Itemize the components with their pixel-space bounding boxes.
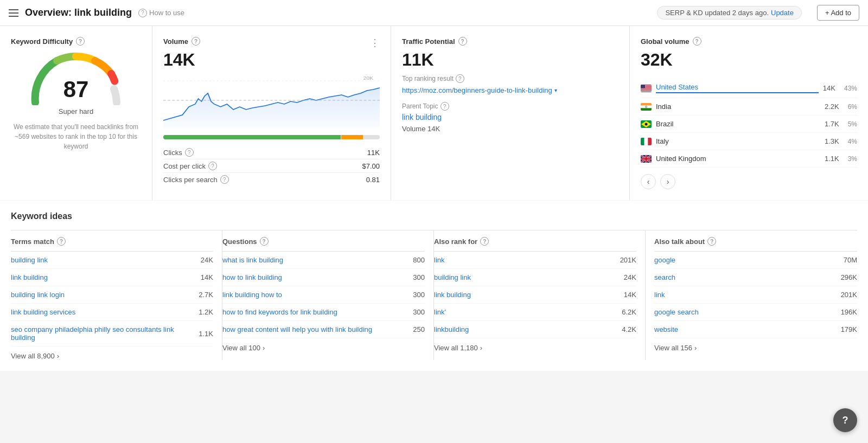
keyword-link[interactable]: google search xyxy=(654,308,837,316)
svg-rect-13 xyxy=(641,90,652,91)
global-help-icon[interactable]: ? xyxy=(693,37,701,46)
traffic-value: 11K xyxy=(402,50,618,70)
table-row: website179K xyxy=(654,321,857,338)
chart-svg: 20K xyxy=(163,74,380,129)
country-row[interactable]: United States14K43% xyxy=(641,79,857,98)
view-all-link[interactable]: View all 8,900 xyxy=(11,352,55,360)
help-icon[interactable]: ? xyxy=(138,9,147,17)
view-all-arrow: › xyxy=(694,344,697,352)
col-help-icon[interactable]: ? xyxy=(480,237,489,246)
parent-topic-help-icon[interactable]: ? xyxy=(441,102,449,111)
keyword-link[interactable]: link xyxy=(654,291,837,299)
col-header: Terms match? xyxy=(11,230,213,252)
keyword-volume: 1.1K xyxy=(199,330,213,338)
view-all-link[interactable]: View all 1,180 xyxy=(434,344,478,352)
ideas-column-3: Also talk about?google70Msearch296Klink2… xyxy=(646,230,857,360)
keyword-volume: 14K xyxy=(201,273,213,281)
clicks-help-icon[interactable]: ? xyxy=(185,148,194,157)
keyword-link[interactable]: link building xyxy=(11,273,196,281)
keyword-link[interactable]: link building how to xyxy=(222,291,409,299)
ideas-grid: Terms match?building link24Klink buildin… xyxy=(11,230,857,360)
keyword-volume: 179K xyxy=(841,325,857,333)
volume-menu-icon[interactable]: ⋮ xyxy=(370,37,380,49)
country-row[interactable]: India2.2K6% xyxy=(641,98,857,115)
country-percent: 4% xyxy=(848,138,857,145)
flag-br xyxy=(641,120,652,128)
ideas-title: Keyword ideas xyxy=(11,211,857,221)
keyword-link[interactable]: link building xyxy=(434,291,620,299)
svg-rect-25 xyxy=(648,138,652,145)
view-all-link[interactable]: View all 100 xyxy=(222,344,260,352)
view-all-arrow: › xyxy=(263,344,265,352)
keyword-link[interactable]: search xyxy=(654,273,837,281)
keyword-link[interactable]: linkbuilding xyxy=(434,325,617,333)
ideas-column-0: Terms match?building link24Klink buildin… xyxy=(11,230,222,360)
table-row: what is link building800 xyxy=(222,252,425,269)
keyword-volume: 201K xyxy=(841,291,857,299)
svg-rect-10 xyxy=(641,88,652,89)
prev-arrow[interactable]: ‹ xyxy=(641,174,656,189)
volume-help-icon[interactable]: ? xyxy=(192,37,200,46)
country-volume: 1.1K xyxy=(825,155,839,163)
view-all-link[interactable]: View all 156 xyxy=(654,344,692,352)
flag-uk xyxy=(641,155,652,163)
table-row: linkbuilding4.2K xyxy=(434,321,636,338)
volume-chart: 20K xyxy=(163,74,380,129)
traffic-label: Traffic Potential ? xyxy=(402,37,618,46)
svg-rect-15 xyxy=(641,85,645,88)
keyword-link[interactable]: how to link building xyxy=(222,273,409,281)
keyword-link[interactable]: link' xyxy=(434,308,617,316)
keyword-link[interactable]: building link login xyxy=(11,291,194,299)
col-help-icon[interactable]: ? xyxy=(57,237,66,246)
table-row: google70M xyxy=(654,252,857,269)
table-row: building link24K xyxy=(11,252,213,269)
svg-rect-30 xyxy=(641,158,652,159)
cpc-help-icon[interactable]: ? xyxy=(208,162,217,170)
table-row: link'6.2K xyxy=(434,304,636,321)
traffic-help-icon[interactable]: ? xyxy=(458,37,467,46)
parent-topic-link[interactable]: link building xyxy=(402,113,618,121)
keyword-volume: 6.2K xyxy=(622,308,636,316)
keyword-link[interactable]: link building services xyxy=(11,308,194,316)
keyword-volume: 14K xyxy=(624,291,636,299)
update-status: SERP & KD updated 2 days ago. Update xyxy=(657,6,801,20)
country-name: Italy xyxy=(656,137,820,145)
col-header: Questions? xyxy=(222,230,425,252)
how-to-use-link[interactable]: How to use xyxy=(149,9,184,17)
table-row: how to find keywords for link building30… xyxy=(222,304,425,321)
cpc-stat: Cost per click ? $7.00 xyxy=(163,159,380,173)
keyword-link[interactable]: google xyxy=(654,256,839,264)
top-rank-help-icon[interactable]: ? xyxy=(456,74,464,83)
table-row: building link login2.7K xyxy=(11,286,213,304)
keyword-link[interactable]: building link xyxy=(11,256,196,264)
keyword-link[interactable]: how great content will help you with lin… xyxy=(222,325,409,333)
col-help-icon[interactable]: ? xyxy=(707,237,716,246)
keyword-link[interactable]: building link xyxy=(434,273,620,281)
col-help-icon[interactable]: ? xyxy=(260,237,269,246)
keyword-link[interactable]: seo company philadelphia philly seo cons… xyxy=(11,325,194,342)
kd-card: Keyword Difficulty ? 87 xyxy=(0,26,152,200)
svg-rect-11 xyxy=(641,89,652,89)
add-to-button[interactable]: + Add to xyxy=(817,5,859,21)
view-all: View all 156 › xyxy=(654,338,857,352)
next-arrow[interactable]: › xyxy=(660,174,675,189)
keyword-link[interactable]: what is link building xyxy=(222,256,409,264)
kd-help-icon[interactable]: ? xyxy=(76,37,85,46)
svg-rect-12 xyxy=(641,89,652,90)
ideas-column-2: Also rank for?link201Kbuilding link24Kli… xyxy=(434,230,646,360)
global-card: Global volume ? 32K United States14K43%I… xyxy=(630,26,868,200)
country-row[interactable]: United Kingdom1.1K3% xyxy=(641,150,857,168)
cps-help-icon[interactable]: ? xyxy=(220,175,229,184)
keyword-link[interactable]: website xyxy=(654,325,837,333)
country-row[interactable]: Italy1.3K4% xyxy=(641,133,857,150)
keyword-link[interactable]: link xyxy=(434,256,616,264)
menu-icon[interactable] xyxy=(9,9,18,17)
update-link[interactable]: Update xyxy=(771,9,794,17)
table-row: search296K xyxy=(654,269,857,286)
svg-text:20K: 20K xyxy=(363,75,373,81)
keyword-link[interactable]: how to find keywords for link building xyxy=(222,308,409,316)
svg-rect-14 xyxy=(641,91,652,91)
country-row[interactable]: Brazil1.7K5% xyxy=(641,115,857,133)
view-all-arrow: › xyxy=(57,352,59,360)
top-rank-link[interactable]: https://moz.com/beginners-guide-to-link-… xyxy=(402,86,618,94)
